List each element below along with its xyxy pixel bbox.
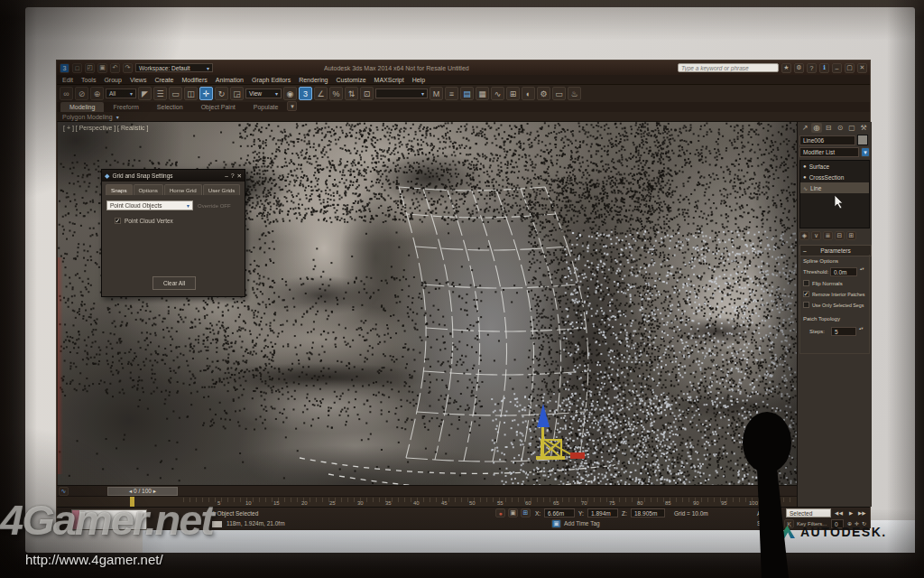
point-cloud-vertex-checkbox[interactable]: ✓	[115, 218, 121, 224]
utilities-tab-icon[interactable]: ⚒	[858, 123, 869, 133]
configure-modifier-sets-icon[interactable]: ⊞	[846, 231, 856, 240]
isolate-selection-icon[interactable]: ●	[495, 508, 505, 517]
go-to-end-button[interactable]: ▶▶	[858, 511, 865, 517]
add-time-tag[interactable]: Add Time Tag	[564, 521, 600, 527]
chevron-down-icon[interactable]: ▾	[861, 147, 870, 157]
menu-maxscript[interactable]: MAXScript	[374, 77, 404, 83]
material-editor-icon[interactable]: ◐	[522, 87, 535, 100]
menu-modifiers[interactable]: Modifiers	[181, 77, 207, 83]
show-end-result-icon[interactable]: ∨	[811, 231, 821, 240]
x-coordinate-field[interactable]: 6.66m	[544, 508, 575, 517]
play-button[interactable]: ▶	[849, 511, 853, 517]
ribbon-tab-object-paint[interactable]: Object Paint	[192, 102, 245, 112]
use-pivot-center-icon[interactable]: ◉	[283, 87, 297, 100]
pin-stack-icon[interactable]: ◈	[799, 231, 809, 240]
lightbulb-icon[interactable]: ●	[803, 163, 807, 169]
steps-spinner[interactable]: ▴▾	[859, 327, 864, 331]
object-color-swatch[interactable]	[857, 135, 868, 145]
modifier-row-crosssection[interactable]: ● CrossSection	[800, 172, 869, 182]
menu-edit[interactable]: Edit	[62, 77, 73, 83]
modifier-stack[interactable]: ● Surface ● CrossSection ∿ Line	[799, 160, 870, 228]
menu-views[interactable]: Views	[130, 77, 147, 83]
y-coordinate-field[interactable]: 1.894m	[587, 508, 618, 517]
search-gear-icon[interactable]: ⚙	[794, 63, 804, 73]
help-search-input[interactable]	[678, 63, 779, 72]
help-icon[interactable]: ?	[807, 63, 817, 73]
schematic-view-icon[interactable]: ⊞	[506, 87, 520, 100]
edit-named-selection-sets-icon[interactable]: ⊡	[360, 87, 374, 100]
unlink-selection-icon[interactable]: ⊘	[75, 87, 88, 100]
threshold-field[interactable]: 0.0m	[830, 267, 857, 276]
select-and-rotate-icon[interactable]: ↻	[215, 87, 228, 100]
hierarchy-tab-icon[interactable]: ⊟	[823, 123, 834, 133]
menu-graph-editors[interactable]: Graph Editors	[252, 77, 291, 83]
clear-all-button[interactable]: Clear All	[152, 276, 196, 290]
absolute-mode-icon[interactable]: ⊞	[521, 508, 531, 517]
menu-help[interactable]: Help	[412, 77, 425, 83]
dialog-title-bar[interactable]: ◆ Grid and Snap Settings – ? ✕	[102, 170, 245, 182]
ribbon-tab-selection[interactable]: Selection	[148, 102, 192, 112]
snap-type-dropdown[interactable]: Point Cloud Objects ▾	[106, 200, 193, 210]
rendered-frame-window-icon[interactable]: ▭	[552, 87, 566, 100]
tab-snaps[interactable]: Snaps	[106, 184, 133, 195]
mirror-icon[interactable]: M	[430, 87, 443, 100]
menu-animation[interactable]: Animation	[216, 77, 244, 83]
tab-home-grid[interactable]: Home Grid	[164, 184, 202, 195]
create-tab-icon[interactable]: ↗	[799, 123, 810, 133]
select-object-icon[interactable]: ◤	[138, 87, 152, 100]
selection-filter-dropdown[interactable]: All▾	[106, 89, 136, 98]
rectangular-selection-region-icon[interactable]: ▭	[169, 87, 182, 100]
object-name-field[interactable]: Line006	[799, 135, 855, 145]
select-and-move-icon[interactable]: ✛	[199, 87, 213, 100]
info-center-icon[interactable]: ℹ	[819, 63, 829, 73]
select-and-scale-icon[interactable]: ◲	[230, 87, 244, 100]
display-tab-icon[interactable]: ▢	[846, 123, 857, 133]
threshold-spinner[interactable]: ▴▾	[860, 267, 864, 272]
add-time-tag-icon[interactable]: ▣	[551, 519, 561, 528]
bind-spacewarp-icon[interactable]: ⊕	[90, 87, 104, 100]
new-file-icon[interactable]: □	[72, 63, 82, 73]
make-unique-icon[interactable]: ≣	[823, 231, 833, 240]
render-setup-icon[interactable]: ⚙	[537, 87, 550, 100]
dialog-minimize-icon[interactable]: –	[225, 172, 228, 179]
tab-user-grids[interactable]: User Grids	[203, 184, 241, 195]
menu-tools[interactable]: Tools	[81, 77, 96, 83]
remove-interior-checkbox[interactable]: ✓	[803, 291, 809, 297]
redo-icon[interactable]: ↷	[123, 63, 133, 73]
menu-customize[interactable]: Customize	[336, 77, 365, 83]
remove-modifier-icon[interactable]: ⊟	[835, 231, 845, 240]
select-link-icon[interactable]: ∞	[60, 87, 73, 100]
search-star-icon[interactable]: ★	[781, 63, 791, 73]
save-file-icon[interactable]: ▣	[97, 63, 107, 73]
menu-group[interactable]: Group	[104, 77, 121, 83]
steps-field[interactable]: 5	[831, 327, 856, 336]
app-logo-icon[interactable]: 3	[60, 63, 69, 73]
playback-controls[interactable]: ◀◀	[835, 511, 843, 517]
use-only-selected-checkbox[interactable]	[803, 302, 809, 308]
window-crossing-icon[interactable]: ◫	[184, 87, 198, 100]
reference-coordinate-dropdown[interactable]: View▾	[245, 89, 282, 98]
flip-normals-checkbox[interactable]	[803, 280, 809, 286]
menu-rendering[interactable]: Rendering	[299, 77, 328, 83]
perspective-viewport[interactable]: [ + ] [ Perspective ] [ Realistic ] ◆ Gr…	[58, 122, 797, 485]
selection-lock-icon[interactable]: ▣	[508, 508, 518, 517]
z-coordinate-field[interactable]: 18.905m	[631, 508, 665, 517]
modifier-row-surface[interactable]: ● Surface	[800, 161, 869, 172]
polygon-modeling-panel[interactable]: Polygon Modeling	[62, 114, 113, 120]
dialog-help-icon[interactable]: ?	[231, 172, 235, 179]
ribbon-toggle-icon[interactable]: ▦	[476, 87, 489, 100]
modifier-row-line[interactable]: ∿ Line	[800, 182, 869, 193]
spinner-snap-icon[interactable]: ⇅	[345, 87, 358, 100]
modify-tab-icon[interactable]: ◎	[811, 123, 822, 133]
open-file-icon[interactable]: ◰	[85, 63, 95, 73]
named-selection-set-field[interactable]: ▾	[375, 89, 428, 98]
maximize-window-icon[interactable]: ▢	[845, 63, 855, 73]
motion-tab-icon[interactable]: ⊙	[835, 123, 845, 133]
ribbon-tab-freeform[interactable]: Freeform	[104, 102, 147, 112]
angle-snap-icon[interactable]: ∠	[314, 87, 328, 100]
percent-snap-icon[interactable]: %	[329, 87, 343, 100]
snap-toggle-3d-icon[interactable]: 3	[299, 87, 312, 100]
menu-create[interactable]: Create	[154, 77, 173, 83]
dialog-close-icon[interactable]: ✕	[237, 172, 242, 180]
minimize-window-icon[interactable]: –	[832, 63, 842, 73]
